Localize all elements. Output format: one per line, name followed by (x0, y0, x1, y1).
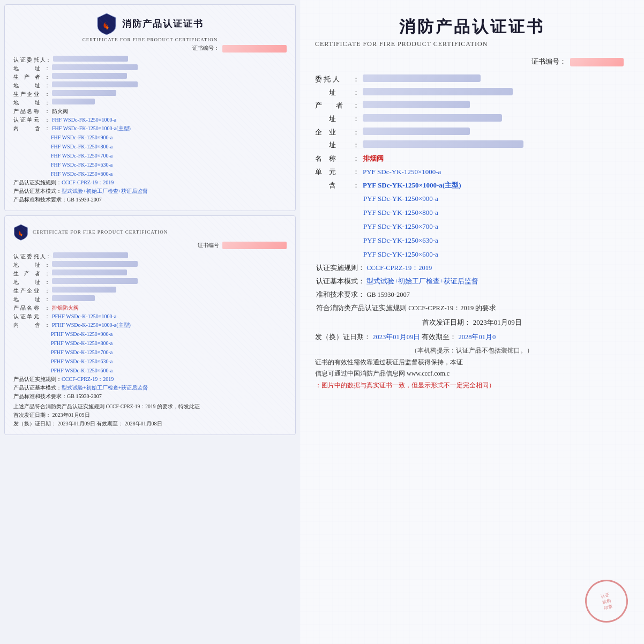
right-number-blur (570, 58, 624, 66)
stamp-icon: 认证机构印章 (580, 575, 633, 627)
field-enterprise-2: 生 产 企 业 ： (13, 287, 287, 295)
right-first-date: 首次发证日期： 2023年01月09日 (315, 315, 629, 331)
cert-card-2: CERTIFICATE FOR FIRE PRODUCT CERTIFICATI… (4, 215, 296, 435)
field-product-name-1: 产 品 名 称 ： 防火阀 (13, 107, 287, 116)
cert-title-en-1: CERTIFICATE FOR FIRE PRODUCT CERTIFICATI… (13, 37, 287, 42)
field-addr3-2: 地 址 ： (13, 295, 287, 304)
field-standard-1: 产品认证实施规则： CCCF-CPRZ-19：2019 (13, 178, 287, 187)
cert-number-blur-1 (222, 45, 287, 53)
product-name-1: 防火阀 (52, 107, 68, 116)
cert-number-row-1: 证书编号： (13, 44, 287, 53)
field-cert-unit-1: 认 证 单 元 ： FHF WSDc-FK-1250×1000-a (13, 116, 287, 124)
cert-card-1: 消防产品认证证书 CERTIFICATE FOR FIRE PRODUCT CE… (4, 4, 296, 211)
fire-logo-icon (96, 12, 117, 35)
field-client-2: 认 证 委 托 人 ： (13, 252, 287, 261)
validity-2: 发（换）证日期： 2023年01月09日 有效期至： 2028年01月08日 (13, 420, 287, 428)
cert-header-1: 消防产品认证证书 (13, 12, 287, 35)
right-notice: （本机构提示：认证产品不包括装饰口。） (315, 344, 629, 357)
right-field-cert-unit: 单 元 ： PYF SDc-YK-1250×1000-a (315, 166, 629, 179)
right-field-enterprise: 企 业 ： (315, 126, 629, 139)
right-compliance: 符合消防类产品认证实施规则 CCCF-CPRZ-19：2019 的要求 (315, 302, 629, 315)
field-enterprise-1: 生 产 企 业 ： (13, 90, 287, 99)
cert-number-blur-2 (222, 242, 287, 249)
field-cert-unit-2: 认 证 单 元 ： PFHF WSDc-K-1250×1000-a (13, 312, 287, 321)
field-mode-2: 产品认证基本模式： 型式试验+初始工厂检查+获证后监督 (13, 384, 287, 392)
right-title-en: CERTIFICATE FOR FIRE PRODUCT CERTIFICATI… (315, 40, 629, 48)
field-producer-1: 生 产 者 ： (13, 73, 287, 81)
right-validity: 发（换）证日期： 2023年01月09日 有效期至： 2028年01月0 (315, 331, 629, 344)
right-number-row: 证书编号： (315, 57, 629, 66)
cert-title-zh-1: 消防产品认证证书 (122, 18, 204, 30)
field-tech-1: 产品标准和技术要求： GB 15930-2007 (13, 196, 287, 204)
right-product-name: 排烟阀 (363, 152, 384, 166)
sub-items-1: FHF WSDc-FK-1250×900-a FHF WSDc-FK-1250×… (13, 133, 287, 178)
right-footer-red: ：图片中的数据与真实证书一致，但显示形式不一定完全相同） (315, 380, 629, 391)
field-addr2-2: 地 址 ： (13, 278, 287, 287)
field-addr2-1: 地 址 ： (13, 81, 287, 90)
right-field-addr2: 址 ： (315, 113, 629, 126)
field-standard-2: 产品认证实施规则： CCCF-CPRZ-19：2019 (13, 375, 287, 384)
field-mode-1: 产品认证基本模式： 型式试验+初始工厂检查+获证后监督 (13, 187, 287, 196)
field-producer-2: 生 产 者 ： (13, 269, 287, 278)
cert-number-row-2: 证书编号 (13, 242, 287, 250)
right-mode: 认证基本模式： 型式试验+初始工厂检查+获证后监督 (315, 275, 629, 288)
right-sub-items: PYF SDc-YK-1250×900-a PYF SDc-YK-1250×80… (315, 192, 629, 261)
right-title-zh: 消防产品认证证书 (315, 16, 629, 38)
sub-items-2: PFHF WSDc-K-1250×900-a PFHF WSDc-K-1250×… (13, 330, 287, 375)
field-addr3-1: 地 址 ： (13, 99, 287, 107)
field-product-name-2: 产 品 名 称 ： 排烟防火阀 (13, 304, 287, 312)
product-name-2: 排烟防火阀 (52, 304, 79, 312)
right-footer-2: 信息可通过中国消防产品信息网 www.cccf.com.c (315, 368, 629, 380)
field-client-1: 认 证 委 托 人 ： (13, 56, 287, 64)
field-addr1-1: 地 址 ： (13, 64, 287, 73)
field-content-2: 内 含 ： PFHF WSDc-K-1250×1000-a(主型) (13, 321, 287, 330)
fire-logo-icon-2 (13, 223, 28, 241)
field-tech-2: 产品标准和技术要求： GB 15930-2007 (13, 392, 287, 401)
field-addr1-2: 地 址 ： (13, 261, 287, 269)
compliance-text-2: 上述产品符合消防类产品认证实施规则 CCCF-CPRZ-19：2019 的要求，… (13, 403, 287, 410)
cert-title-en-2: CERTIFICATE FOR FIRE PRODUCT CERTIFICATI… (33, 229, 168, 235)
left-panel: 消防产品认证证书 CERTIFICATE FOR FIRE PRODUCT CE… (0, 0, 300, 644)
right-field-product-name: 名 称 ： 排烟阀 (315, 152, 629, 166)
right-panel: 消防产品认证证书 CERTIFICATE FOR FIRE PRODUCT CE… (300, 0, 644, 644)
right-standard: 认证实施规则： CCCF-CPRZ-19：2019 (315, 261, 629, 275)
right-footer-1: 证书的有效性需依靠通过获证后监督获得保持，本证 (315, 357, 629, 369)
right-field-addr1: 址 ： (315, 86, 629, 100)
right-field-client: 委 托 人 ： (315, 73, 629, 86)
first-date-2: 首次发证日期： 2023年01月09日 (13, 411, 287, 420)
right-tech: 准和技术要求： GB 15930-2007 (315, 288, 629, 302)
right-field-producer: 产 者 ： (315, 99, 629, 113)
field-content-1: 内 含 ： FHF WSDc-FK-1250×1000-a(主型) (13, 124, 287, 133)
right-field-content: 含 ： PYF SDc-YK-1250×1000-a(主型) (315, 179, 629, 192)
right-field-addr3: 址 ： (315, 139, 629, 152)
